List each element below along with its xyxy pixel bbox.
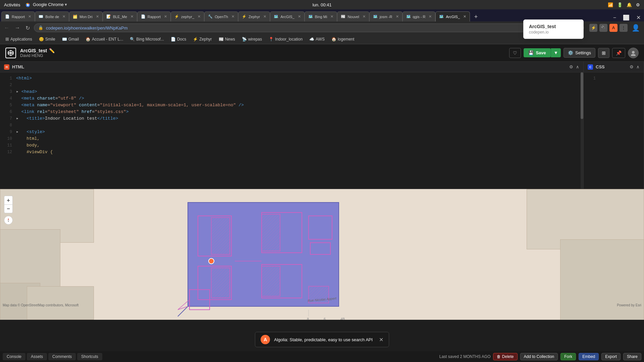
share-button[interactable]: Share [623, 353, 641, 360]
bookmark-aws[interactable]: ☁️ AWS [307, 36, 327, 43]
bookmark-logement-label: logement [338, 37, 354, 42]
console-tab[interactable]: Console [3, 353, 25, 360]
tab-bing[interactable]: 🗺️ Bing Mi ✕ [305, 11, 337, 21]
tab-qgis[interactable]: 🗺️ qgis - R ✕ [402, 11, 436, 21]
tab-favicon-8: ⚡ [242, 14, 247, 19]
bookmark-gmail[interactable]: ✉️ Gmail [59, 36, 82, 43]
tab-close-13[interactable]: ✕ [429, 14, 432, 19]
html-expand-icon[interactable]: ∧ [576, 64, 579, 69]
back-button[interactable]: ← [3, 24, 11, 32]
url-text: codepen.io/phoenixwalker/pen/WNpKaPm [46, 25, 573, 31]
settings-button[interactable]: ⚙️ Settings [564, 48, 595, 58]
new-tab-button[interactable]: + [471, 12, 481, 21]
gmail-icon: ✉️ [62, 37, 67, 42]
assets-tab[interactable]: Assets [27, 353, 47, 360]
compass-button[interactable] [4, 216, 13, 225]
assets-tab-label: Assets [31, 354, 43, 359]
extension-icon-1[interactable]: ⚡ [589, 24, 597, 32]
map-canvas[interactable]: + − [0, 189, 644, 320]
fork-button[interactable]: Fork [560, 353, 576, 360]
tab-close-6[interactable]: ✕ [198, 14, 201, 19]
extension-icon-3[interactable]: A [609, 24, 618, 32]
tab-favicon-10: 🗺️ [308, 14, 313, 19]
bookmark-news-label: News [225, 37, 235, 42]
url-bar[interactable]: 🔒 codepen.io/phoenixwalker/pen/WNpKaPm ★ [34, 23, 584, 32]
tab-nouvel[interactable]: 📰 Nouvel ✕ [337, 11, 369, 21]
bookmark-logement[interactable]: 🏠 logement [329, 36, 357, 43]
profile-button[interactable]: 👤 [630, 23, 641, 33]
bookmark-apps[interactable]: ⊞ Applications [3, 36, 35, 43]
tab-close-14[interactable]: ✕ [463, 14, 466, 19]
bookmark-zephyr[interactable]: ⚡ Zephyr [190, 36, 214, 43]
delete-button[interactable]: 🗑 Delete [493, 353, 517, 360]
tab-josm[interactable]: 🗺️ josm -R ✕ [369, 11, 402, 21]
css-expand-icon[interactable]: ∧ [636, 64, 640, 69]
shortcuts-tab[interactable]: Shortcuts [77, 353, 102, 360]
html-settings-icon[interactable]: ⚙ [569, 64, 573, 69]
os-bar-left: Activités Google Chrome ▾ [4, 2, 67, 7]
tab-arcgis-1[interactable]: 🗺️ ArcGIS_ ✕ [270, 11, 305, 21]
forward-button[interactable]: → [13, 24, 21, 32]
bookmark-smile[interactable]: 😊 Smile [36, 36, 58, 43]
minimize-button[interactable]: − [611, 14, 618, 21]
tab-close-1[interactable]: ✕ [28, 14, 31, 19]
tab-close-10[interactable]: ✕ [330, 14, 333, 19]
tab-ble[interactable]: 📝 BLE_Me ✕ [103, 11, 137, 21]
tab-close-8[interactable]: ✕ [263, 14, 266, 19]
notification-close-button[interactable]: ✕ [379, 337, 383, 343]
tab-close-12[interactable]: ✕ [396, 14, 399, 19]
tab-zephyr-1[interactable]: ⚡ zephyr_ ✕ [171, 11, 204, 21]
tab-close-3[interactable]: ✕ [96, 14, 99, 19]
bookmark-wirepas[interactable]: 📡 wirepas [239, 36, 265, 43]
tab-close-7[interactable]: ✕ [231, 14, 234, 19]
tab-close-11[interactable]: ✕ [363, 14, 366, 19]
css-settings-icon[interactable]: ⚙ [630, 64, 634, 69]
tab-rapport-2[interactable]: 📄 Rapport ✕ [137, 11, 171, 21]
html-scrollbar[interactable] [581, 72, 583, 189]
tab-arcgis-active[interactable]: 🗺️ ArcGIS_ ✕ [435, 11, 470, 21]
tab-close-4[interactable]: ✕ [130, 14, 133, 19]
lock-icon: 🔒 [38, 25, 43, 30]
view-grid-button[interactable]: ⊞ [598, 48, 609, 58]
save-dropdown-button[interactable]: ▼ [551, 48, 561, 57]
add-collection-button[interactable]: Add to Collection [520, 353, 558, 360]
comments-tab[interactable]: Comments [48, 353, 76, 360]
html-editor-content[interactable]: 1 <html> 2 3 ▸ <head> 4 <meta charset="u… [0, 72, 583, 189]
notification-icon[interactable]: 🔔 [627, 2, 632, 7]
settings-tray-icon[interactable]: ⚙ [636, 2, 640, 7]
html-editor-header: H HTML ⚙ ∧ [0, 62, 583, 72]
bookmark-wirepas-label: wirepas [248, 37, 262, 42]
save-button[interactable]: 💾 Save [524, 48, 550, 57]
bookmark-indoor[interactable]: 📍 Indoor_location [266, 36, 305, 43]
tab-boite[interactable]: ✉️ Boîte de ✕ [35, 11, 69, 21]
bookmark-news[interactable]: 📰 News [216, 36, 238, 43]
user-avatar[interactable] [628, 48, 639, 58]
extension-icon-2[interactable]: 🔌 [599, 24, 607, 32]
tab-close-9[interactable]: ✕ [298, 14, 301, 19]
close-button[interactable]: ✕ [634, 14, 643, 21]
extension-icon-4[interactable]: ⋮ [620, 24, 628, 32]
bookmark-ent[interactable]: 🏠 Accueil - ENT L... [83, 36, 126, 43]
heart-button[interactable]: ♡ [509, 48, 521, 58]
pen-title-row: ArcGIS_test ✏️ [20, 48, 55, 53]
bookmark-bing[interactable]: 🔍 Bing Microsof... [127, 36, 167, 43]
tab-mon-drive[interactable]: 🗂️ Mon Dri ✕ [69, 11, 103, 21]
tab-close-2[interactable]: ✕ [62, 14, 65, 19]
zoom-out-button[interactable]: − [4, 204, 13, 213]
embed-button[interactable]: Embed [579, 353, 599, 360]
bookmark-docs[interactable]: 📄 Docs [168, 36, 189, 43]
activities-label[interactable]: Activités [4, 2, 20, 7]
tab-rapport-1[interactable]: 📄 Rapport ✕ [1, 11, 35, 21]
export-button[interactable]: Export [601, 353, 621, 360]
tab-openthread[interactable]: 🔧 OpenTh ✕ [204, 11, 238, 21]
reload-button[interactable]: ↻ [24, 24, 31, 32]
zoom-in-button[interactable]: + [4, 196, 13, 204]
pin-button[interactable]: 📌 [612, 48, 625, 58]
tab-close-5[interactable]: ✕ [164, 14, 167, 19]
tab-zephyr-2[interactable]: ⚡ Zephyr ✕ [238, 11, 270, 21]
css-editor-content[interactable]: 1 [584, 72, 644, 189]
restore-button[interactable]: ⬜ [621, 14, 632, 21]
tab-favicon-6: ⚡ [174, 14, 179, 19]
html-header-icons: ⚙ ∧ [569, 64, 579, 69]
pen-edit-icon[interactable]: ✏️ [49, 48, 55, 53]
